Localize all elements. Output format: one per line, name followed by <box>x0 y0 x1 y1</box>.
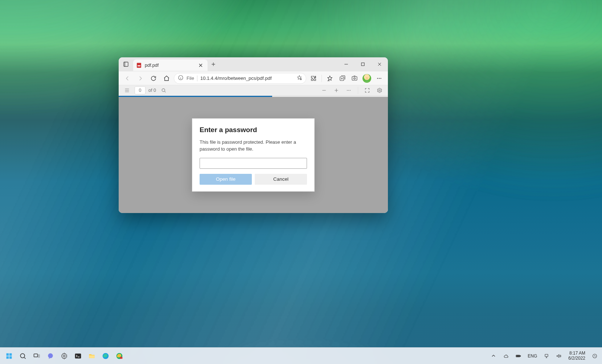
notifications-icon[interactable] <box>590 350 600 362</box>
settings-app-button[interactable] <box>57 349 71 363</box>
system-tray: ENG 8:17 AM 6/2/2022 <box>488 350 600 362</box>
pdf-fullscreen-icon[interactable] <box>363 86 372 95</box>
address-bar[interactable]: File 10.1.4.4/mro/between_pcs/pdf.pdf <box>174 73 306 84</box>
clock-time: 8:17 AM <box>569 351 585 356</box>
tray-overflow-icon[interactable] <box>488 350 499 362</box>
svg-rect-28 <box>75 353 81 358</box>
pdf-toolbar: of 0 <box>119 85 388 96</box>
svg-point-14 <box>162 89 165 91</box>
cancel-button[interactable]: Cancel <box>255 174 307 185</box>
svg-rect-3 <box>138 65 140 66</box>
back-button[interactable] <box>122 73 133 84</box>
home-button[interactable] <box>161 73 172 84</box>
terminal-app-button[interactable] <box>71 349 85 363</box>
svg-rect-36 <box>545 354 548 356</box>
svg-rect-25 <box>38 354 40 357</box>
search-button[interactable] <box>16 349 30 363</box>
task-view-button[interactable] <box>30 349 44 363</box>
pdf-page-of-label: of 0 <box>148 88 156 93</box>
svg-point-18 <box>379 90 380 91</box>
svg-rect-24 <box>34 354 38 357</box>
teams-chat-button[interactable] <box>44 349 57 363</box>
dialog-message: This file is password protected. Please … <box>200 139 307 153</box>
taskbar-clock[interactable]: 8:17 AM 6/2/2022 <box>566 351 587 361</box>
pdf-file-icon <box>136 62 142 68</box>
onedrive-icon[interactable] <box>501 350 511 362</box>
svg-point-12 <box>379 78 380 78</box>
svg-point-13 <box>380 78 381 78</box>
settings-more-button[interactable] <box>373 73 385 84</box>
password-dialog: Enter a password This file is password p… <box>192 118 315 192</box>
pdf-find-icon[interactable] <box>159 86 168 95</box>
svg-rect-22 <box>9 356 12 359</box>
pdf-viewer-area: Enter a password This file is password p… <box>119 97 388 213</box>
svg-point-23 <box>20 353 25 358</box>
svg-point-17 <box>350 90 351 91</box>
clock-date: 6/2/2022 <box>568 356 585 361</box>
minimize-button[interactable] <box>338 57 355 71</box>
pdf-contents-icon[interactable] <box>122 86 132 95</box>
svg-point-26 <box>48 353 53 358</box>
pdf-zoom-out-icon[interactable] <box>319 86 329 95</box>
avatar-icon <box>363 74 371 83</box>
svg-rect-29 <box>89 355 95 358</box>
svg-point-9 <box>354 77 356 79</box>
svg-rect-20 <box>9 353 12 356</box>
network-icon[interactable] <box>541 350 552 362</box>
pdf-zoom-in-icon[interactable] <box>332 86 341 95</box>
dialog-title: Enter a password <box>200 126 307 134</box>
svg-rect-0 <box>124 62 128 66</box>
toolbar-separator <box>322 75 322 82</box>
taskbar: ENG 8:17 AM 6/2/2022 <box>0 347 602 364</box>
pdf-separator <box>358 87 358 94</box>
browser-window: pdf.pdf File 10.1.4.4/mro/between_pcs/pd… <box>119 57 388 213</box>
tab-actions-button[interactable] <box>119 57 133 71</box>
svg-rect-8 <box>352 76 357 80</box>
close-window-button[interactable] <box>371 57 388 71</box>
titlebar: pdf.pdf <box>119 57 388 71</box>
web-capture-icon[interactable] <box>349 73 360 84</box>
favorite-star-icon[interactable] <box>296 75 302 82</box>
start-button[interactable] <box>2 349 16 363</box>
language-label: ENG <box>528 353 537 359</box>
dialog-actions: Open file Cancel <box>200 174 307 185</box>
edge-canary-button[interactable] <box>112 349 126 363</box>
svg-rect-35 <box>517 355 520 356</box>
address-protocol-label: File <box>187 75 194 81</box>
svg-point-15 <box>347 90 348 91</box>
browser-toolbar: File 10.1.4.4/mro/between_pcs/pdf.pdf <box>119 71 388 85</box>
svg-point-27 <box>64 355 65 357</box>
refresh-button[interactable] <box>148 73 159 84</box>
svg-rect-4 <box>361 63 364 66</box>
svg-rect-19 <box>7 353 9 356</box>
battery-icon[interactable] <box>513 350 523 362</box>
svg-point-16 <box>348 90 349 91</box>
toolbar-right-icons <box>308 73 385 84</box>
address-url: 10.1.4.4/mro/between_pcs/pdf.pdf <box>200 75 294 81</box>
window-controls <box>338 57 388 71</box>
close-tab-button[interactable] <box>197 61 205 69</box>
svg-rect-34 <box>520 355 521 356</box>
volume-icon[interactable] <box>554 350 564 362</box>
pdf-settings-icon[interactable] <box>375 86 384 95</box>
svg-point-10 <box>366 77 368 79</box>
svg-rect-21 <box>7 356 9 359</box>
password-input[interactable] <box>200 158 307 169</box>
language-indicator[interactable]: ENG <box>525 350 539 362</box>
maximize-button[interactable] <box>355 57 371 71</box>
edge-browser-button[interactable] <box>99 349 112 363</box>
pdf-page-input[interactable] <box>135 86 146 94</box>
forward-button[interactable] <box>135 73 146 84</box>
file-explorer-button[interactable] <box>85 349 99 363</box>
pdf-more-icon[interactable] <box>344 86 353 95</box>
tab-title: pdf.pdf <box>145 63 159 68</box>
extension-puzzle-icon[interactable] <box>308 73 319 84</box>
browser-tab[interactable]: pdf.pdf <box>133 60 208 71</box>
favorites-icon[interactable] <box>324 73 336 84</box>
collections-icon[interactable] <box>336 73 348 84</box>
new-tab-button[interactable] <box>208 57 219 71</box>
svg-point-11 <box>377 78 378 78</box>
profile-avatar[interactable] <box>361 73 373 84</box>
open-file-button[interactable]: Open file <box>200 174 252 185</box>
site-info-icon[interactable] <box>178 75 184 82</box>
